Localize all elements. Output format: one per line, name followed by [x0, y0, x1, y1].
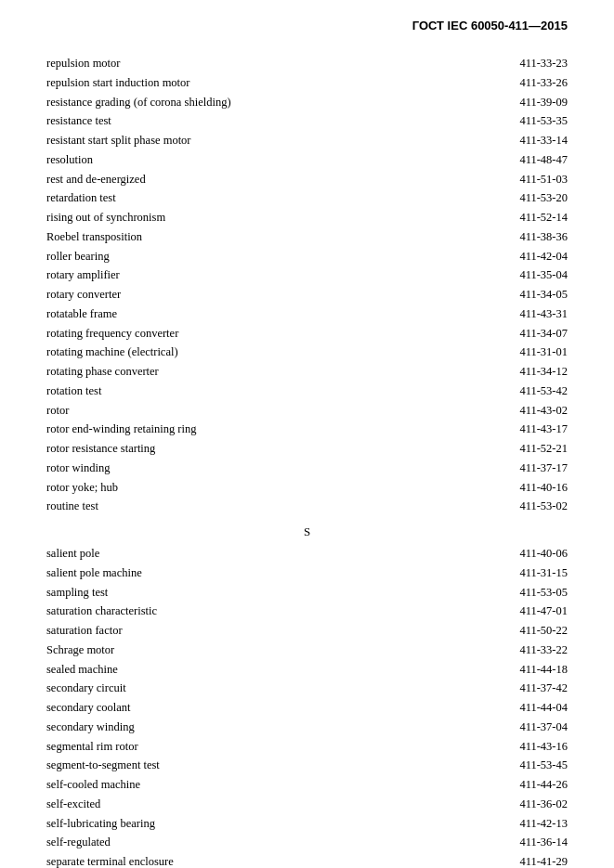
entry-code: 411-44-26: [519, 776, 568, 794]
table-row: rest and de-energized411-51-03: [46, 171, 568, 188]
entry-term: salient pole machine: [46, 564, 510, 582]
table-row: rotary converter411-34-05: [46, 286, 568, 304]
entry-term: rotary converter: [46, 286, 510, 304]
entry-code: 411-44-18: [519, 661, 568, 679]
entry-term: rotor winding: [46, 460, 510, 477]
entry-term: resistance test: [46, 112, 510, 130]
entry-term: repulsion motor: [46, 55, 510, 72]
entry-code: 411-33-26: [519, 74, 568, 92]
table-row: self-regulated411-36-14: [46, 834, 568, 851]
table-row: rotor411-43-02: [46, 402, 568, 420]
entry-code: 411-43-16: [519, 738, 568, 756]
table-row: sampling test411-53-05: [46, 584, 568, 602]
table-row: retardation test411-53-20: [46, 189, 568, 207]
entry-term: saturation characteristic: [46, 602, 510, 620]
entry-term: sealed machine: [46, 661, 510, 679]
table-row: self-lubricating bearing411-42-13: [46, 815, 568, 833]
entry-code: 411-37-04: [519, 719, 568, 736]
entry-code: 411-33-23: [519, 55, 568, 72]
entry-code: 411-48-47: [519, 151, 568, 169]
entry-term: rotation test: [46, 382, 510, 400]
entries-after-s: salient pole411-40-06salient pole machin…: [46, 545, 568, 868]
entry-term: rotary amplifier: [46, 266, 510, 284]
table-row: Schrage motor411-33-22: [46, 641, 568, 659]
entry-term: self-regulated: [46, 834, 510, 851]
table-row: routine test411-53-02: [46, 498, 568, 515]
entry-term: sampling test: [46, 584, 510, 602]
table-row: rising out of synchronism411-52-14: [46, 209, 568, 227]
document-title: ГОСТ IEC 60050-411—2015: [46, 19, 568, 32]
table-row: saturation factor411-50-22: [46, 622, 568, 640]
entry-term: repulsion start induction motor: [46, 74, 510, 92]
table-row: rotatable frame411-43-31: [46, 305, 568, 323]
table-row: Roebel transposition411-38-36: [46, 228, 568, 246]
entry-term: separate terminal enclosure: [46, 853, 510, 868]
table-row: resolution411-48-47: [46, 151, 568, 169]
entry-term: rotating frequency converter: [46, 325, 510, 343]
header: ГОСТ IEC 60050-411—2015: [46, 19, 568, 32]
entry-term: rotor resistance starting: [46, 440, 510, 458]
entry-code: 411-44-04: [519, 699, 568, 717]
entry-code: 411-36-14: [519, 834, 568, 851]
entry-code: 411-53-42: [519, 382, 568, 400]
entry-code: 411-50-22: [519, 622, 568, 640]
entry-code: 411-42-04: [519, 248, 568, 266]
section-s-divider: S: [46, 525, 568, 539]
entry-term: self-lubricating bearing: [46, 815, 510, 833]
table-row: segmental rim rotor411-43-16: [46, 738, 568, 756]
entry-term: secondary winding: [46, 719, 510, 736]
table-row: rotor end-winding retaining ring411-43-1…: [46, 421, 568, 438]
entry-term: rotor end-winding retaining ring: [46, 421, 510, 438]
entry-code: 411-41-29: [519, 853, 568, 868]
entry-term: routine test: [46, 498, 510, 515]
entry-code: 411-52-21: [519, 440, 568, 458]
entry-term: self-excited: [46, 796, 510, 813]
entry-term: rotating phase converter: [46, 363, 510, 381]
entry-code: 411-38-36: [519, 228, 568, 246]
table-row: roller bearing411-42-04: [46, 248, 568, 266]
entry-term: rest and de-energized: [46, 171, 510, 188]
entry-term: resistant start split phase motor: [46, 132, 510, 149]
table-row: salient pole machine411-31-15: [46, 564, 568, 582]
entry-code: 411-31-15: [519, 564, 568, 582]
table-row: rotor winding411-37-17: [46, 460, 568, 477]
entry-code: 411-39-09: [519, 94, 568, 111]
entries-before-s: repulsion motor411-33-23repulsion start …: [46, 55, 568, 515]
table-row: rotary amplifier411-35-04: [46, 266, 568, 284]
entry-code: 411-37-42: [519, 680, 568, 697]
table-row: secondary circuit411-37-42: [46, 680, 568, 697]
entry-code: 411-53-02: [519, 498, 568, 515]
entry-term: resolution: [46, 151, 510, 169]
table-row: rotor yoke; hub411-40-16: [46, 479, 568, 497]
entry-term: Roebel transposition: [46, 228, 510, 246]
table-row: rotation test411-53-42: [46, 382, 568, 400]
entry-term: roller bearing: [46, 248, 510, 266]
entry-code: 411-52-14: [519, 209, 568, 227]
table-row: rotating machine (electrical)411-31-01: [46, 343, 568, 361]
entry-code: 411-34-07: [519, 325, 568, 343]
entry-term: segmental rim rotor: [46, 738, 510, 756]
entry-code: 411-47-01: [519, 602, 568, 620]
table-row: self-excited411-36-02: [46, 796, 568, 813]
table-row: self-cooled machine411-44-26: [46, 776, 568, 794]
entry-code: 411-53-35: [519, 112, 568, 130]
entry-term: self-cooled machine: [46, 776, 510, 794]
entry-term: saturation factor: [46, 622, 510, 640]
entry-code: 411-40-06: [519, 545, 568, 563]
entry-term: secondary circuit: [46, 680, 510, 697]
entry-code: 411-43-17: [519, 421, 568, 438]
entry-code: 411-40-16: [519, 479, 568, 497]
entry-term: segment-to-segment test: [46, 757, 510, 774]
entry-code: 411-34-05: [519, 286, 568, 304]
entry-code: 411-43-02: [519, 402, 568, 420]
table-row: segment-to-segment test411-53-45: [46, 757, 568, 774]
entry-term: rotor: [46, 402, 510, 420]
table-row: rotor resistance starting411-52-21: [46, 440, 568, 458]
entry-term: rising out of synchronism: [46, 209, 510, 227]
entry-term: rotatable frame: [46, 305, 510, 323]
entry-code: 411-33-22: [519, 641, 568, 659]
entry-code: 411-33-14: [519, 132, 568, 149]
table-row: resistance test411-53-35: [46, 112, 568, 130]
table-row: sealed machine411-44-18: [46, 661, 568, 679]
entry-code: 411-36-02: [519, 796, 568, 813]
